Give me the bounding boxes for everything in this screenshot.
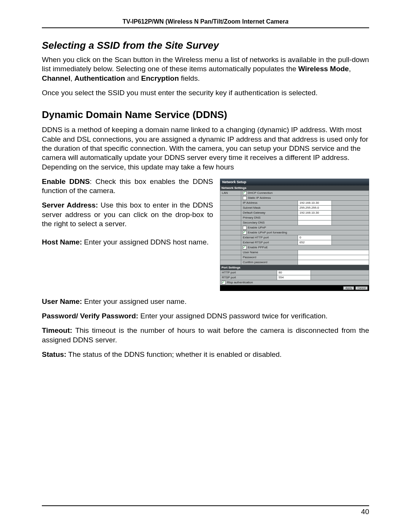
page-footer: 40 [42, 505, 369, 516]
shot-subnet-label: Subnet Mask [241, 205, 298, 210]
shot-section-port: Port Settings [220, 265, 369, 270]
shot-rtspauth-row: Rtsp authentication [220, 280, 369, 285]
shot-exthttp-label: External HTTP port [241, 235, 298, 240]
shot-exthttp-value: 0 [298, 235, 332, 240]
text: This timeout is the number of hours to w… [42, 326, 369, 343]
shot-upnpfwd-row: Enable UPnP port forwarding [241, 230, 369, 235]
shot-subnet-value: 255.255.255.0 [298, 205, 332, 210]
label-bold: Enable DDNS [42, 177, 90, 185]
checkbox-icon [243, 231, 247, 235]
shot-apply-button: Apply [343, 286, 354, 290]
radio-icon [243, 196, 247, 200]
shot-sdns-label: Secondary DNS [241, 220, 298, 225]
shot-upnp-row: Enable UPnP [241, 225, 369, 230]
shot-password-label: Password [241, 255, 298, 260]
text-bold: Wireless Mode [298, 65, 349, 73]
text: DHCP Connection [248, 191, 272, 195]
text: and [125, 74, 141, 82]
shot-gateway-value: 192.168.10.30 [298, 210, 332, 215]
page-header: TV-IP612P/WN (Wireless N Pan/Tilt/Zoom I… [42, 18, 369, 27]
text: Enable UPnP [248, 226, 266, 229]
shot-gateway-label: Default Gateway [241, 210, 298, 215]
text: Enable UPnP port forwarding [248, 231, 287, 234]
shot-sdns-value [298, 220, 332, 225]
para-user-name: User Name: Enter your assigned user name… [42, 297, 369, 306]
shot-lan-label: LAN [220, 190, 241, 195]
shot-pdns-value [298, 215, 332, 220]
shot-section-network: Network Settings [220, 185, 369, 190]
page-number: 40 [42, 508, 369, 516]
text-bold: Channel [42, 74, 70, 82]
para-status: Status: The status of the DDNS function;… [42, 350, 369, 359]
checkbox-icon [243, 246, 247, 249]
shot-extrtsp-value: 652 [298, 240, 332, 245]
shot-confirm-value [298, 260, 369, 265]
shot-port-table: HTTP port80 RTSP port554 Rtsp authentica… [220, 270, 369, 285]
heading-ddns: Dynamic Domain Name Service (DDNS) [42, 109, 369, 121]
shot-title: Network Setup [220, 179, 369, 185]
header-model-ital: a [285, 18, 288, 25]
shot-password-value [298, 255, 369, 260]
checkbox-icon [243, 226, 247, 230]
shot-ip-label: IP Address [241, 200, 298, 205]
radio-icon [243, 191, 247, 195]
label-bold: Timeout: [42, 326, 72, 334]
label-bold: Host Name: [42, 238, 82, 246]
label-bold: User Name: [42, 297, 82, 305]
shot-pppoe-row: Enable PPPoE [241, 245, 369, 250]
label-bold: Server Address: [42, 201, 98, 209]
text: Enter your assigned DDNS password twice … [138, 312, 327, 320]
text: Rtsp authentication [227, 281, 253, 284]
header-model: TV-IP612P/WN (Wireless N Pan/Tilt/Zoom I… [123, 18, 285, 25]
shot-http-value: 80 [277, 270, 311, 275]
footer-rule [42, 505, 369, 506]
label-bold: Password/ Verify Password: [42, 312, 138, 320]
text-bold: Encryption [141, 74, 179, 82]
label-bold: Status: [42, 350, 66, 358]
text: Static IP Address [248, 196, 271, 200]
shot-extrtsp-label: External RTSP port [241, 240, 298, 245]
shot-username-label: User Name [241, 250, 298, 255]
shot-cancel-button: Cancel [355, 286, 368, 290]
network-setup-screenshot: Network Setup Network Settings LAN DHCP … [220, 179, 369, 291]
header-rule [42, 27, 369, 28]
text: , [70, 74, 75, 82]
shot-pdns-label: Primary DNS [241, 215, 298, 220]
text: fields. [179, 74, 200, 82]
shot-http-label: HTTP port [220, 270, 277, 275]
shot-lan-table: LAN DHCP Connection Static IP Address IP… [220, 190, 369, 265]
shot-rtsp-label: RTSP port [220, 275, 277, 280]
text: Enable PPPoE [248, 246, 268, 249]
shot-button-row: Apply Cancel [220, 285, 369, 291]
para-ssid-1: When you click on the Scan button in the… [42, 55, 369, 83]
shot-username-value [298, 250, 369, 255]
para-timeout: Timeout: This timeout is the number of h… [42, 326, 369, 345]
para-ssid-2: Once you select the SSID you must enter … [42, 88, 369, 97]
checkbox-icon [222, 281, 226, 284]
text: Enter your assigned DDNS host name. [82, 238, 209, 246]
shot-confirm-label: Confirm password [241, 260, 298, 265]
text: , [349, 65, 351, 73]
para-password: Password/ Verify Password: Enter your as… [42, 312, 369, 321]
text: Enter your assigned user name. [82, 297, 187, 305]
para-ddns-intro: DDNS is a method of keeping a domain nam… [42, 125, 369, 172]
text: The status of the DDNS function; whether… [66, 350, 282, 358]
shot-ip-value: 192.168.10.30 [298, 200, 332, 205]
heading-ssid: Selecting a SSID from the Site Survey [42, 40, 369, 51]
shot-static-row: Static IP Address [241, 195, 369, 200]
text-bold: Authentication [75, 74, 125, 82]
shot-rtsp-value: 554 [277, 275, 311, 280]
shot-dhcp-row: DHCP Connection [241, 190, 369, 195]
